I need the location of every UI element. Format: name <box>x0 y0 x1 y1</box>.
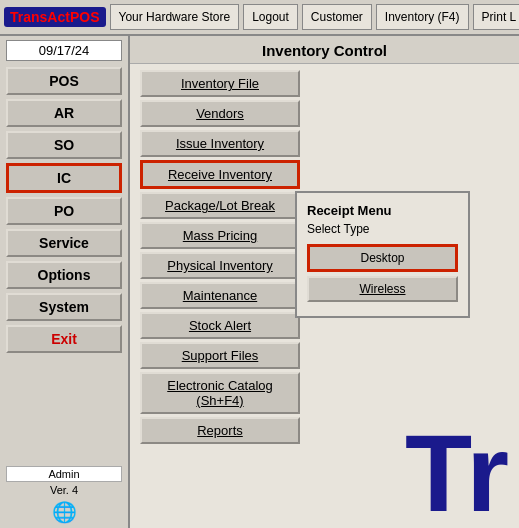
store-name-button[interactable]: Your Hardware Store <box>110 4 240 30</box>
sidebar-item-ar[interactable]: AR <box>6 99 122 127</box>
wireless-button[interactable]: Wireless <box>307 276 458 302</box>
sidebar-item-ic[interactable]: IC <box>6 163 122 193</box>
support-files-button[interactable]: Support Files <box>140 342 300 369</box>
inventory-file-button[interactable]: Inventory File <box>140 70 300 97</box>
sidebar-item-so[interactable]: SO <box>6 131 122 159</box>
stock-alert-button[interactable]: Stock Alert <box>140 312 300 339</box>
sidebar-item-pos[interactable]: POS <box>6 67 122 95</box>
sidebar-item-po[interactable]: PO <box>6 197 122 225</box>
sidebar-item-system[interactable]: System <box>6 293 122 321</box>
top-bar: TransActPOS Your Hardware Store Logout C… <box>0 0 519 36</box>
maintenance-button[interactable]: Maintenance <box>140 282 300 309</box>
content-title: Inventory Control <box>130 36 519 64</box>
logout-button[interactable]: Logout <box>243 4 298 30</box>
reports-button[interactable]: Reports <box>140 417 300 444</box>
sidebar-item-service[interactable]: Service <box>6 229 122 257</box>
desktop-button[interactable]: Desktop <box>307 244 458 272</box>
version-label: Ver. 4 <box>6 484 122 496</box>
sidebar-bottom: Admin Ver. 4 🌐 <box>6 466 122 524</box>
date-display: 09/17/24 <box>6 40 122 61</box>
receive-inventory-button[interactable]: Receive Inventory <box>140 160 300 189</box>
app-logo: TransActPOS <box>4 7 106 27</box>
inventory-buttons-list: Inventory File Vendors Issue Inventory R… <box>130 64 310 450</box>
admin-label: Admin <box>6 466 122 482</box>
logo-transact: TransAct <box>10 9 70 25</box>
logo-pos: POS <box>70 9 100 25</box>
sidebar-item-exit[interactable]: Exit <box>6 325 122 353</box>
issue-inventory-button[interactable]: Issue Inventory <box>140 130 300 157</box>
inventory-button[interactable]: Inventory (F4) <box>376 4 469 30</box>
physical-inventory-button[interactable]: Physical Inventory <box>140 252 300 279</box>
mass-pricing-button[interactable]: Mass Pricing <box>140 222 300 249</box>
vendors-button[interactable]: Vendors <box>140 100 300 127</box>
sidebar: 09/17/24 POS AR SO IC PO Service Options… <box>0 36 130 528</box>
package-lot-button[interactable]: Package/Lot Break <box>140 192 300 219</box>
background-logo: Tr <box>405 418 519 528</box>
receipt-menu-popup: Receipt Menu Select Type Desktop Wireles… <box>295 191 470 318</box>
receipt-select-type-label: Select Type <box>307 222 458 236</box>
customer-button[interactable]: Customer <box>302 4 372 30</box>
electronic-catalog-button[interactable]: Electronic Catalog (Sh+F4) <box>140 372 300 414</box>
main-area: 09/17/24 POS AR SO IC PO Service Options… <box>0 36 519 528</box>
content-panel: Inventory Control Inventory File Vendors… <box>130 36 519 528</box>
receipt-menu-title: Receipt Menu <box>307 203 458 218</box>
globe-icon: 🌐 <box>6 500 122 524</box>
print-button[interactable]: Print L <box>473 4 519 30</box>
sidebar-item-options[interactable]: Options <box>6 261 122 289</box>
